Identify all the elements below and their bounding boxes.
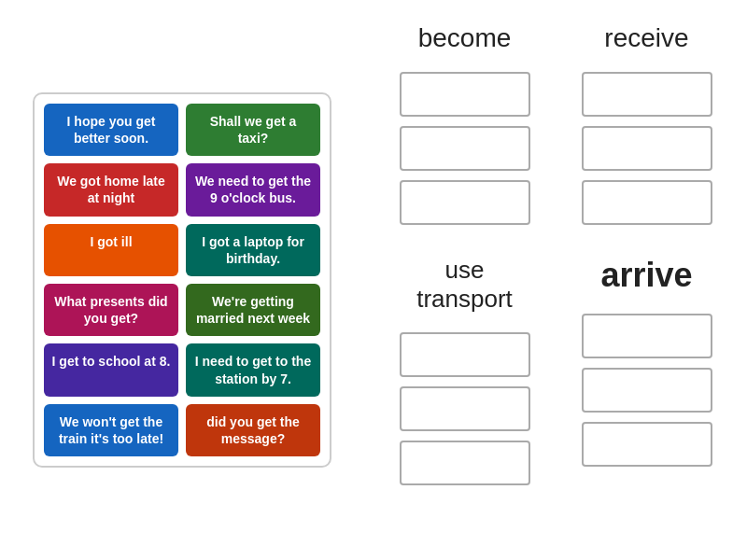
drop-box-receive-2[interactable] — [582, 126, 712, 171]
card-card-6[interactable]: I got a laptop for birthday. — [186, 224, 320, 276]
drop-box-arrive-2[interactable] — [582, 368, 712, 413]
drop-box-transport-3[interactable] — [400, 441, 530, 485]
drop-box-arrive-1[interactable] — [582, 314, 712, 358]
left-panel: I hope you get better soon.Shall we get … — [0, 0, 355, 560]
drop-box-become-3[interactable] — [400, 180, 530, 225]
category-use-transport-col: use transport — [374, 246, 556, 490]
category-arrive-label: arrive — [596, 246, 697, 309]
category-receive-label: receive — [599, 14, 693, 67]
category-become-col: become — [374, 14, 556, 230]
card-card-11[interactable]: We won't get the train it's too late! — [44, 404, 178, 456]
drop-box-receive-3[interactable] — [582, 180, 712, 225]
drop-box-become-1[interactable] — [400, 72, 530, 117]
card-card-8[interactable]: We're getting married next week — [186, 284, 320, 336]
card-card-1[interactable]: I hope you get better soon. — [44, 104, 178, 156]
card-card-9[interactable]: I get to school at 8. — [44, 343, 178, 396]
card-card-7[interactable]: What presents did you get? — [44, 284, 178, 336]
card-card-4[interactable]: We need to get the 9 o'clock bus. — [186, 163, 320, 216]
drop-box-become-2[interactable] — [400, 126, 530, 171]
drop-box-transport-1[interactable] — [400, 332, 530, 377]
card-grid: I hope you get better soon.Shall we get … — [33, 92, 331, 468]
card-card-3[interactable]: We got home late at night — [44, 163, 178, 216]
category-use-transport-label: use transport — [412, 246, 517, 328]
card-card-12[interactable]: did you get the message? — [186, 404, 320, 456]
drop-box-transport-2[interactable] — [400, 386, 530, 431]
drop-box-receive-1[interactable] — [582, 72, 712, 117]
category-arrive-col: arrive — [556, 246, 738, 490]
category-receive-col: receive — [556, 14, 738, 230]
card-card-10[interactable]: I need to get to the station by 7. — [186, 343, 320, 396]
card-card-5[interactable]: I got ill — [44, 224, 178, 276]
card-card-2[interactable]: Shall we get a taxi? — [186, 104, 320, 156]
category-become-label: become — [414, 14, 516, 67]
drop-box-arrive-3[interactable] — [582, 422, 712, 467]
